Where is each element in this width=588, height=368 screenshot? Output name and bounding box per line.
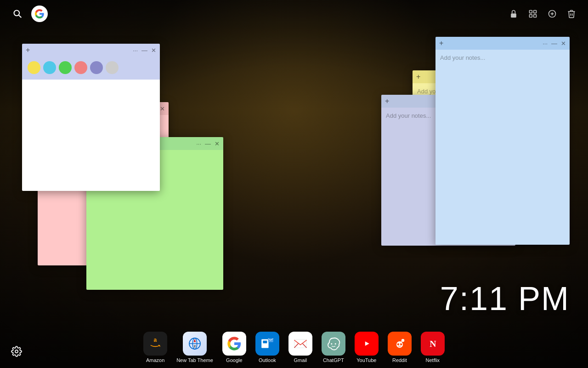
note4-minimize-btn[interactable]: — (551, 40, 557, 46)
dock-item-google[interactable]: Google (222, 332, 246, 363)
note6-add-btn[interactable]: + (385, 98, 389, 105)
extension-add-icon[interactable] (545, 6, 560, 21)
dock: a Amazon New Tab Theme (0, 327, 588, 368)
note3-menu-btn[interactable]: ··· (196, 141, 201, 147)
top-bar (0, 0, 588, 28)
dock-label-gmail: Gmail (294, 357, 307, 363)
extension-grid-icon[interactable] (526, 6, 540, 21)
note1-close-btn[interactable]: ✕ (151, 47, 156, 53)
svg-rect-5 (530, 15, 532, 17)
svg-point-30 (401, 343, 402, 344)
svg-rect-18 (294, 339, 306, 348)
note4-menu-btn[interactable]: ··· (543, 40, 548, 46)
svg-point-0 (14, 11, 20, 16)
sticky-note-4: + ··· — ✕ Add your notes... (435, 37, 570, 245)
svg-point-27 (401, 339, 404, 342)
note3-minimize-btn[interactable]: — (205, 141, 211, 147)
dock-label-outlook: Outlook (259, 357, 276, 363)
dock-item-gmail[interactable]: Gmail (288, 332, 312, 363)
note4-body[interactable]: Add your notes... (435, 50, 570, 245)
dock-item-chatgpt[interactable]: ChatGPT (322, 332, 345, 363)
note1-dots-container (22, 57, 160, 80)
svg-point-19 (331, 343, 332, 345)
svg-point-29 (397, 343, 398, 344)
color-dot-pink[interactable] (74, 61, 87, 74)
note4-header: + ··· — ✕ (435, 37, 570, 50)
svg-point-33 (15, 350, 18, 353)
color-dot-gray[interactable] (106, 61, 119, 74)
note3-close-btn[interactable]: ✕ (215, 141, 220, 147)
dock-label-netflix: Netflix (426, 357, 440, 363)
color-dot-purple[interactable] (90, 61, 103, 74)
color-dot-green[interactable] (59, 61, 72, 74)
svg-line-1 (19, 15, 21, 17)
search-button[interactable] (9, 6, 26, 22)
svg-rect-15 (261, 339, 268, 348)
note6-placeholder: Add your notes... (386, 112, 431, 119)
color-dot-cyan[interactable] (43, 61, 56, 74)
dock-item-newtab[interactable]: New Tab Theme (176, 332, 213, 363)
top-bar-right (506, 6, 579, 21)
note1-body[interactable] (22, 80, 160, 191)
note1-add-btn[interactable]: + (26, 46, 30, 54)
dock-label-reddit: Reddit (392, 357, 407, 363)
note4-placeholder: Add your notes... (440, 54, 485, 61)
note1-menu-btn[interactable]: ··· (133, 47, 138, 53)
svg-text:a: a (154, 337, 157, 343)
dock-item-outlook[interactable]: Outlook (255, 332, 279, 363)
note4-add-btn[interactable]: + (439, 40, 443, 47)
dock-item-amazon[interactable]: a Amazon (143, 332, 167, 363)
extension-lock-icon[interactable] (506, 6, 521, 21)
dock-item-youtube[interactable]: YouTube (355, 332, 379, 363)
dock-label-amazon: Amazon (146, 357, 164, 363)
dock-item-netflix[interactable]: N Netflix (421, 332, 445, 363)
note5-add-btn[interactable]: + (416, 73, 420, 80)
google-logo[interactable] (31, 6, 48, 22)
note4-close-btn[interactable]: ✕ (561, 40, 566, 46)
dock-label-newtab: New Tab Theme (176, 357, 213, 363)
top-bar-left (9, 6, 48, 22)
svg-rect-16 (263, 341, 267, 344)
dock-label-google: Google (226, 357, 242, 363)
dock-label-chatgpt: ChatGPT (323, 357, 344, 363)
dock-item-reddit[interactable]: Reddit (388, 332, 412, 363)
note1-controls: ··· — ✕ (133, 47, 156, 53)
clock: 7:11 PM (440, 280, 570, 317)
svg-rect-4 (534, 11, 537, 13)
svg-rect-6 (534, 15, 537, 17)
note1-header: + ··· — ✕ (22, 44, 160, 57)
clock-time: 7:11 PM (440, 280, 570, 317)
note2-close-btn[interactable]: ✕ (160, 106, 165, 112)
svg-point-20 (335, 343, 336, 345)
svg-rect-3 (530, 11, 532, 13)
note3-controls: ··· — ✕ (196, 141, 220, 147)
sticky-note-1: + ··· — ✕ (22, 44, 160, 191)
color-dot-yellow[interactable] (28, 61, 40, 74)
extension-trash-icon[interactable] (564, 6, 579, 21)
note1-minimize-btn[interactable]: — (141, 47, 147, 53)
svg-rect-2 (511, 13, 516, 17)
dock-label-youtube: YouTube (356, 357, 376, 363)
settings-button[interactable] (9, 344, 24, 359)
svg-text:N: N (430, 339, 436, 349)
note4-controls: ··· — ✕ (543, 40, 566, 46)
